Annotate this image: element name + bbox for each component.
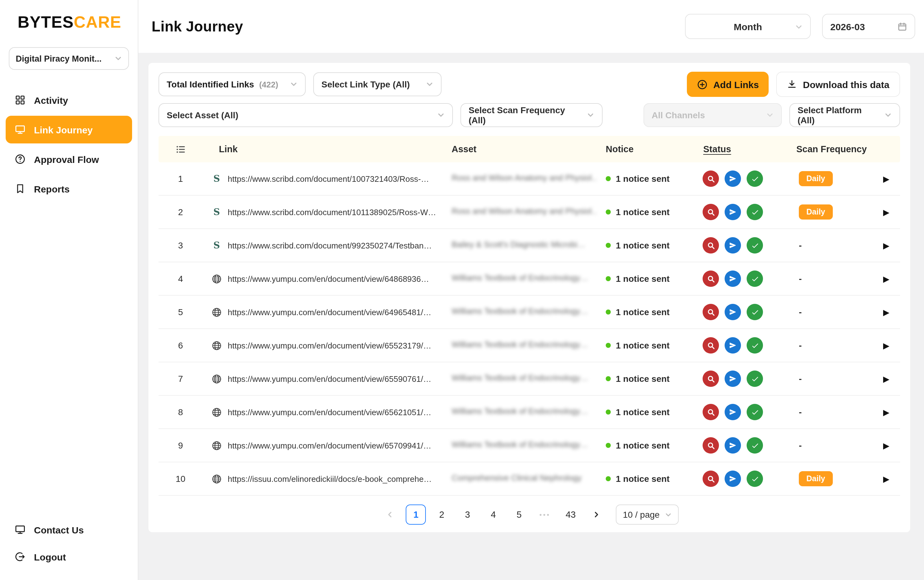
table-body: 1 S https://www.scribd.com/document/1007…: [158, 162, 900, 496]
search-status-icon[interactable]: [703, 404, 719, 420]
scan-frequency-select[interactable]: Select Scan Frequency (All): [460, 103, 603, 127]
notice-sent-icon[interactable]: [725, 204, 741, 220]
scan-frequency-badge: -: [799, 407, 802, 417]
notice-sent-icon[interactable]: [725, 170, 741, 187]
expand-row-button[interactable]: ▶: [883, 407, 889, 417]
approved-status-icon[interactable]: [747, 170, 763, 187]
page-button-1[interactable]: 1: [406, 504, 426, 525]
sidebar-item-link-journey[interactable]: Link Journey: [6, 116, 132, 143]
expand-row-button[interactable]: ▶: [883, 341, 889, 350]
expand-row-button[interactable]: ▶: [883, 374, 889, 384]
page-button-4[interactable]: 4: [483, 504, 504, 525]
add-links-label: Add Links: [713, 79, 759, 90]
link-url[interactable]: https://www.yumpu.com/en/document/view/6…: [228, 441, 431, 450]
link-url[interactable]: https://www.scribd.com/document/99235027…: [228, 241, 432, 250]
more-pages-button[interactable]: •••: [535, 504, 555, 525]
sidebar-item-approval-flow[interactable]: Approval Flow: [6, 145, 132, 173]
approved-status-icon[interactable]: [747, 437, 763, 453]
approved-status-icon[interactable]: [747, 337, 763, 354]
sidebar-item-contact-us[interactable]: Contact Us: [6, 517, 132, 542]
asset-cell: Williams Textbook of Endocrinology…: [448, 373, 602, 385]
approved-status-icon[interactable]: [747, 404, 763, 420]
sidebar-item-reports[interactable]: Reports: [6, 175, 132, 203]
total-links-select[interactable]: Total Identified Links (422): [158, 72, 306, 96]
notice-sent-icon[interactable]: [725, 371, 741, 387]
period-select[interactable]: Month: [685, 14, 811, 39]
download-button[interactable]: Download this data: [776, 72, 900, 97]
search-status-icon[interactable]: [703, 237, 719, 254]
approved-status-icon[interactable]: [747, 304, 763, 320]
approved-status-icon[interactable]: [747, 204, 763, 220]
expand-row-button[interactable]: ▶: [883, 174, 889, 183]
prev-page-button[interactable]: [380, 504, 400, 525]
link-url[interactable]: https://www.scribd.com/document/10073214…: [228, 174, 429, 183]
status-cell: [700, 437, 794, 453]
brand-logo[interactable]: BYTESCARE: [0, 0, 138, 32]
globe-icon: [211, 473, 222, 484]
asset-select[interactable]: Select Asset (All): [158, 103, 453, 127]
page-button-3[interactable]: 3: [458, 504, 478, 525]
notice-status-dot: [606, 476, 611, 481]
notice-sent-icon[interactable]: [725, 404, 741, 420]
expand-row-button[interactable]: ▶: [883, 307, 889, 317]
asset-name: Williams Textbook of Endocrinology…: [451, 273, 588, 282]
expand-row-button[interactable]: ▶: [883, 474, 889, 483]
link-url[interactable]: https://issuu.com/elinoredickiil/docs/e-…: [228, 474, 432, 483]
notice-sent-icon[interactable]: [725, 471, 741, 487]
link-url[interactable]: https://www.yumpu.com/en/document/view/6…: [228, 341, 431, 350]
search-status-icon[interactable]: [703, 270, 719, 287]
notice-text: 1 notice sent: [616, 274, 670, 284]
asset-cell: Williams Textbook of Endocrinology…: [448, 406, 602, 418]
link-url[interactable]: https://www.yumpu.com/en/document/view/6…: [228, 274, 429, 283]
link-type-select[interactable]: Select Link Type (All): [313, 72, 441, 96]
asset-select-value: Select Asset (All): [167, 110, 239, 120]
date-picker[interactable]: 2026-03: [822, 14, 915, 39]
table-row: 6 S https://www.yumpu.com/en/document/vi…: [158, 329, 900, 362]
row-index: 6: [158, 340, 203, 350]
notice-sent-icon[interactable]: [725, 337, 741, 354]
sidebar-item-logout[interactable]: Logout: [6, 544, 132, 569]
page-button-2[interactable]: 2: [432, 504, 452, 525]
sidebar-item-activity[interactable]: Activity: [6, 86, 132, 114]
approved-status-icon[interactable]: [747, 237, 763, 254]
next-page-button[interactable]: [586, 504, 607, 525]
search-status-icon[interactable]: [703, 437, 719, 453]
notice-status-dot: [606, 310, 611, 315]
asset-cell: Williams Textbook of Endocrinology…: [448, 273, 602, 285]
sidebar-footer: Contact Us Logout: [6, 517, 132, 571]
search-status-icon[interactable]: [703, 170, 719, 187]
link-url[interactable]: https://www.yumpu.com/en/document/view/6…: [228, 307, 431, 317]
page-size-select[interactable]: 10 / page: [616, 504, 679, 525]
expand-row-button[interactable]: ▶: [883, 274, 889, 283]
scan-frequency-cell: Daily: [794, 471, 882, 486]
page-button-last[interactable]: 43: [561, 504, 581, 525]
table-row: 1 S https://www.scribd.com/document/1007…: [158, 162, 900, 196]
platform-select[interactable]: Select Platform (All): [789, 103, 900, 127]
product-select[interactable]: Digital Piracy Monit...: [9, 47, 129, 70]
notice-sent-icon[interactable]: [725, 270, 741, 287]
approved-status-icon[interactable]: [747, 270, 763, 287]
product-select-value: Digital Piracy Monit...: [16, 54, 102, 63]
expand-row-button[interactable]: ▶: [883, 241, 889, 250]
search-status-icon[interactable]: [703, 371, 719, 387]
link-url[interactable]: https://www.yumpu.com/en/document/view/6…: [228, 374, 431, 384]
expand-row-button[interactable]: ▶: [883, 207, 889, 217]
search-status-icon[interactable]: [703, 204, 719, 220]
approved-status-icon[interactable]: [747, 371, 763, 387]
search-status-icon[interactable]: [703, 471, 719, 487]
link-url[interactable]: https://www.scribd.com/document/10113890…: [228, 207, 436, 217]
notice-sent-icon[interactable]: [725, 237, 741, 254]
notice-sent-icon[interactable]: [725, 304, 741, 320]
link-url[interactable]: https://www.yumpu.com/en/document/view/6…: [228, 407, 431, 417]
page-button-5[interactable]: 5: [509, 504, 529, 525]
approved-status-icon[interactable]: [747, 471, 763, 487]
search-status-icon[interactable]: [703, 337, 719, 354]
asset-name: Ross and Wilson Anatomy and Physiol…: [451, 206, 598, 216]
table-row: 5 S https://www.yumpu.com/en/document/vi…: [158, 296, 900, 329]
add-links-button[interactable]: Add Links: [687, 72, 769, 97]
notice-status-dot: [606, 276, 611, 281]
expand-row-button[interactable]: ▶: [883, 441, 889, 450]
column-header-status[interactable]: Status: [700, 144, 794, 154]
notice-sent-icon[interactable]: [725, 437, 741, 453]
search-status-icon[interactable]: [703, 304, 719, 320]
